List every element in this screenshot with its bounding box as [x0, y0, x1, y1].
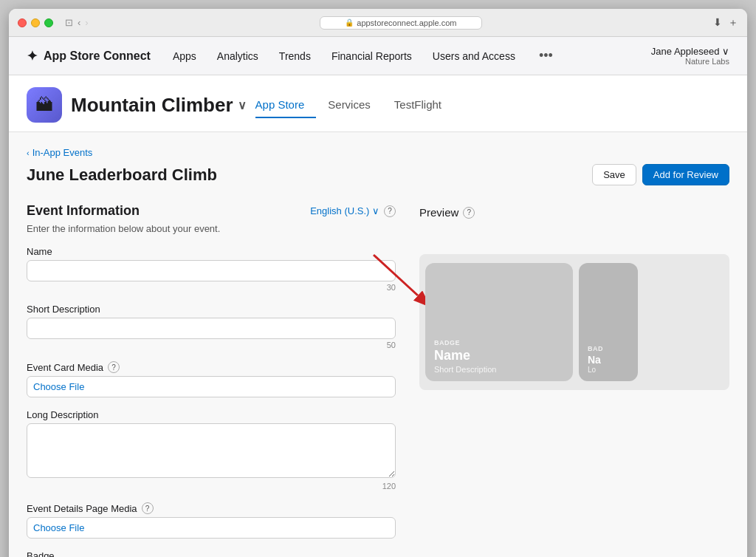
- form-right: Preview ? BADGE Name Short Description: [419, 203, 729, 557]
- short-description-input[interactable]: [27, 318, 396, 339]
- event-card-media-label: Event Card Media ?: [27, 361, 396, 373]
- app-icon-glyph: 🏔: [35, 95, 53, 115]
- download-icon[interactable]: ⬇: [713, 16, 722, 30]
- app-window: ⊡ ‹ › 🔒 appstoreconnect.apple.com ⬇ ＋ ✦ …: [9, 9, 747, 557]
- app-tabs: App Store Services TestFlight: [255, 92, 453, 117]
- section-description: Enter the information below about your e…: [27, 223, 396, 234]
- page-actions: Save Add for Review: [592, 164, 729, 185]
- preview-badge-partial: BAD: [588, 345, 629, 352]
- name-label: Name: [27, 246, 396, 257]
- window-icon-button[interactable]: ⊡: [65, 17, 73, 28]
- lock-icon: 🔒: [345, 18, 354, 27]
- close-button[interactable]: [18, 18, 27, 27]
- app-name-button[interactable]: Mountain Climber ∨: [71, 94, 247, 117]
- event-card-media-field: Event Card Media ? Choose File: [27, 361, 396, 397]
- preview-card-main: BADGE Name Short Description: [425, 263, 573, 381]
- choose-file-button-1[interactable]: Choose File: [27, 376, 396, 397]
- traffic-lights: [18, 18, 53, 27]
- save-button[interactable]: Save: [592, 164, 636, 185]
- nav-links: Apps Analytics Trends Financial Reports …: [173, 47, 651, 65]
- app-name-chevron-icon: ∨: [238, 98, 247, 112]
- form-section: Event Information English (U.S.) ∨ ? Ent…: [27, 203, 729, 557]
- preview-card-partial: BAD Na Lo: [579, 263, 638, 381]
- long-desc-count: 120: [27, 482, 396, 491]
- nav-financial-reports[interactable]: Financial Reports: [331, 47, 412, 65]
- nav-trends[interactable]: Trends: [279, 47, 311, 65]
- page-title-row: June Leaderboard Climb Save Add for Revi…: [27, 164, 729, 185]
- nav-user-name: Jane Appleseed ∨: [651, 46, 729, 57]
- long-description-label: Long Description: [27, 409, 396, 420]
- language-label: English (U.S.) ∨: [310, 205, 379, 216]
- name-field: Name 30: [27, 246, 396, 292]
- long-description-field: Long Description 120: [27, 409, 396, 491]
- form-left: Event Information English (U.S.) ∨ ? Ent…: [27, 203, 396, 557]
- navbar: ✦ App Store Connect Apps Analytics Trend…: [9, 37, 747, 75]
- back-button[interactable]: ‹: [78, 17, 80, 28]
- preview-help-icon[interactable]: ?: [463, 207, 475, 219]
- name-count: 30: [27, 283, 396, 292]
- short-desc-count: 50: [27, 341, 396, 349]
- badge-field: Badge Choose...: [27, 550, 396, 557]
- badge-label: Badge: [27, 550, 396, 557]
- nav-user-org: Nature Labs: [651, 57, 729, 66]
- preview-name: Name: [434, 348, 564, 363]
- maximize-button[interactable]: [44, 18, 53, 27]
- nav-analytics[interactable]: Analytics: [217, 47, 258, 65]
- brand-name: App Store Connect: [44, 49, 151, 63]
- preview-name-partial: Na: [588, 354, 629, 366]
- tab-app-store[interactable]: App Store: [255, 92, 317, 118]
- short-description-label: Short Description: [27, 304, 396, 315]
- app-icon: 🏔: [27, 87, 62, 123]
- url-bar[interactable]: 🔒 appstoreconnect.apple.com: [320, 16, 482, 30]
- preview-card-content: BADGE Name Short Description: [425, 332, 573, 381]
- breadcrumb-label: In-App Events: [32, 147, 93, 158]
- preview-badge: BADGE: [434, 339, 564, 346]
- preview-desc-partial: Lo: [588, 366, 629, 374]
- nav-users-access[interactable]: Users and Access: [433, 47, 515, 65]
- new-tab-icon[interactable]: ＋: [728, 16, 738, 30]
- event-details-media-label: Event Details Page Media ?: [27, 502, 396, 514]
- preview-label: Preview ?: [419, 206, 729, 219]
- minimize-button[interactable]: [31, 18, 40, 27]
- app-title-row: 🏔 Mountain Climber ∨ App Store Services …: [27, 87, 729, 123]
- preview-short-desc: Short Description: [434, 365, 564, 374]
- event-details-help-icon[interactable]: ?: [142, 502, 154, 514]
- titlebar: ⊡ ‹ › 🔒 appstoreconnect.apple.com ⬇ ＋: [9, 9, 747, 37]
- addressbar: 🔒 appstoreconnect.apple.com: [94, 16, 707, 30]
- app-header: 🏔 Mountain Climber ∨ App Store Services …: [9, 75, 747, 132]
- app-name-text: Mountain Climber: [71, 94, 233, 117]
- forward-button[interactable]: ›: [85, 17, 88, 28]
- nav-controls: ⊡ ‹ ›: [65, 17, 89, 28]
- section-title: Event Information: [27, 203, 140, 219]
- nav-more-button[interactable]: •••: [539, 48, 553, 64]
- choose-file-label-2: Choose File: [33, 522, 84, 533]
- section-header: Event Information English (U.S.) ∨ ?: [27, 203, 396, 219]
- language-selector[interactable]: English (U.S.) ∨: [310, 205, 379, 216]
- preview-cards: BADGE Name Short Description BAD Na Lo: [425, 263, 724, 381]
- nav-logo[interactable]: ✦ App Store Connect: [27, 48, 151, 64]
- logo-icon: ✦: [27, 48, 38, 64]
- url-text: appstoreconnect.apple.com: [357, 18, 456, 27]
- titlebar-actions: ⬇ ＋: [713, 16, 738, 30]
- event-card-media-help-icon[interactable]: ?: [108, 361, 120, 373]
- add-review-button[interactable]: Add for Review: [642, 164, 729, 185]
- page-title: June Leaderboard Climb: [27, 165, 217, 185]
- preview-section: Preview ? BADGE Name Short Description: [419, 203, 729, 390]
- preview-card-partial-content: BAD Na Lo: [579, 338, 638, 381]
- content-area: ‹ In-App Events June Leaderboard Climb S…: [9, 132, 747, 557]
- choose-file-label-1: Choose File: [33, 381, 84, 392]
- event-details-media-field: Event Details Page Media ? Choose File: [27, 502, 396, 539]
- nav-user[interactable]: Jane Appleseed ∨ Nature Labs: [651, 46, 729, 66]
- choose-file-button-2[interactable]: Choose File: [27, 517, 396, 539]
- long-description-input[interactable]: [27, 423, 396, 478]
- breadcrumb[interactable]: ‹ In-App Events: [27, 147, 729, 158]
- language-help-icon[interactable]: ?: [384, 205, 396, 217]
- breadcrumb-chevron-icon: ‹: [27, 148, 30, 157]
- tab-services[interactable]: Services: [316, 92, 382, 118]
- nav-apps[interactable]: Apps: [173, 47, 196, 65]
- tab-testflight[interactable]: TestFlight: [382, 92, 453, 118]
- name-input[interactable]: [27, 260, 396, 281]
- short-description-field: Short Description 50: [27, 304, 396, 349]
